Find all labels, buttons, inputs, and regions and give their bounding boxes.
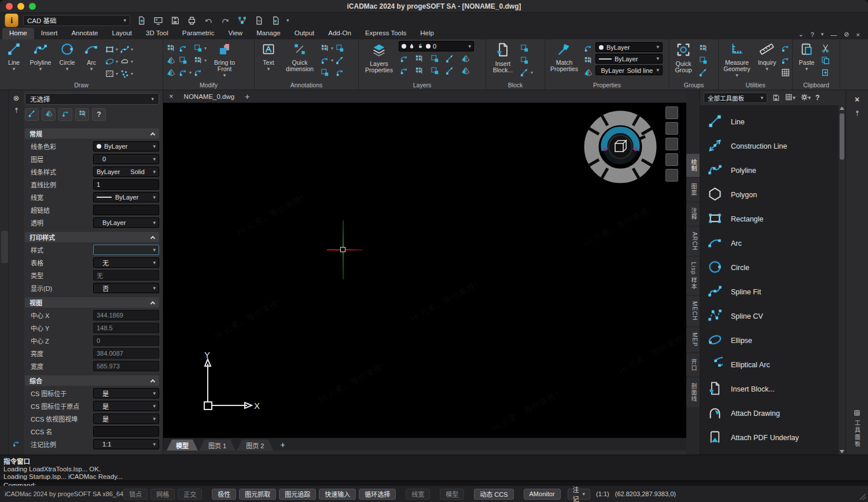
arc-button[interactable]: Arc▾ bbox=[80, 41, 102, 72]
copy-clip-icon[interactable] bbox=[820, 55, 831, 66]
minimize-ribbon-icon[interactable]: — bbox=[830, 31, 837, 38]
view-button[interactable] bbox=[665, 153, 678, 166]
menu-tab-insert[interactable]: Insert bbox=[34, 28, 65, 39]
rectangle-icon[interactable] bbox=[104, 44, 115, 55]
sheet-tab-模型[interactable]: 模型 bbox=[167, 440, 198, 451]
status-toggle-快速输入[interactable]: 快速输入 bbox=[319, 489, 356, 500]
nodes-icon[interactable] bbox=[236, 14, 248, 27]
group-select-icon[interactable] bbox=[698, 55, 709, 66]
ungroup-icon[interactable] bbox=[698, 67, 709, 78]
select-quick-icon[interactable] bbox=[58, 108, 72, 121]
help-icon[interactable]: ? bbox=[811, 31, 814, 38]
status-toggle-正交[interactable]: 正交 bbox=[178, 489, 202, 500]
scrollbar-thumb[interactable] bbox=[840, 113, 844, 160]
menu-tab-annotate[interactable]: Annotate bbox=[64, 28, 105, 39]
palette-item-line[interactable]: Line bbox=[707, 110, 838, 134]
text-style-icon[interactable] bbox=[334, 43, 345, 54]
menu-tab-add-on[interactable]: Add-On bbox=[321, 28, 358, 39]
menu-tab-manage[interactable]: Manage bbox=[249, 28, 288, 39]
close-document-icon[interactable]: × bbox=[856, 31, 860, 38]
线条样式-dropdown[interactable]: ByLayerSolid▾ bbox=[93, 167, 159, 177]
spline-icon[interactable] bbox=[119, 44, 130, 55]
CCS 名-input[interactable] bbox=[93, 426, 159, 437]
copy-with-reference-icon[interactable] bbox=[820, 67, 831, 78]
palette-item-arc[interactable]: Arc bbox=[707, 231, 838, 256]
menu-tab-view[interactable]: View bbox=[221, 28, 249, 39]
copy-icon[interactable] bbox=[178, 43, 189, 54]
注记比例-dropdown[interactable]: 1:1▾ bbox=[93, 439, 159, 449]
measure-geometry-button[interactable]: Measure Geometry▾ bbox=[720, 41, 754, 79]
close-palette-icon[interactable]: ⊗ bbox=[13, 94, 20, 102]
trim-icon[interactable] bbox=[193, 55, 204, 66]
palette-item-ellipse[interactable]: Ellipse bbox=[707, 328, 838, 353]
menu-tab-home[interactable]: Home bbox=[2, 28, 34, 39]
point-icon[interactable] bbox=[119, 68, 130, 79]
palette-item-polygon[interactable]: Polygon bbox=[707, 183, 838, 207]
超链结-input[interactable] bbox=[93, 205, 159, 215]
paste-button[interactable]: Paste▾ bbox=[795, 41, 818, 72]
line-button[interactable]: Line▾ bbox=[2, 41, 25, 72]
quick-group-button[interactable]: Quick Group bbox=[671, 41, 696, 74]
sheet-tab-图页 2[interactable]: 图页 2 bbox=[237, 440, 273, 451]
palette-tab-ARCH[interactable]: ARCH bbox=[686, 227, 700, 256]
palette-item-insert-block[interactable]: Insert Block... bbox=[707, 377, 838, 401]
status-toggle-AMonitor[interactable]: AMonitor bbox=[524, 489, 561, 500]
gear-icon[interactable]: ▾ bbox=[800, 93, 811, 103]
status-toggle-动态 CCS[interactable]: 动态 CCS bbox=[474, 489, 513, 500]
图层-dropdown[interactable]: 0▾ bbox=[93, 154, 159, 164]
group-edit-icon[interactable] bbox=[698, 43, 709, 54]
section-header[interactable]: 综合 bbox=[25, 375, 159, 386]
pin-icon[interactable] bbox=[13, 106, 20, 116]
qat-overflow-caret[interactable]: ▾ bbox=[286, 18, 289, 23]
offset-icon[interactable] bbox=[165, 67, 176, 78]
palette-item-polyline[interactable]: Polyline bbox=[707, 158, 838, 183]
section-header[interactable]: 打印样式 bbox=[25, 232, 159, 242]
match-properties-button[interactable]: Match Properties bbox=[547, 41, 581, 73]
insert-block-button[interactable]: Insert Block... bbox=[488, 41, 517, 74]
circle-button[interactable]: Circle▾ bbox=[56, 41, 79, 72]
layer-freeze-icon[interactable] bbox=[429, 53, 440, 64]
layer-dropdown[interactable]: 0 ▾ bbox=[399, 41, 474, 51]
layer-isolate-icon[interactable] bbox=[399, 53, 410, 64]
样式-dropdown[interactable]: ▾ bbox=[93, 245, 159, 255]
palette-tab-图案[interactable]: 图案 bbox=[686, 178, 700, 201]
hatch-icon[interactable] bbox=[104, 68, 115, 79]
scroll-up-icon[interactable] bbox=[840, 106, 844, 110]
palette-tab-MECH[interactable]: MECH bbox=[686, 296, 700, 326]
palette-tab-注释[interactable]: 注释 bbox=[686, 202, 700, 226]
undo-icon[interactable] bbox=[202, 14, 215, 27]
layer-off-icon[interactable] bbox=[414, 53, 425, 64]
view-button[interactable] bbox=[665, 138, 678, 150]
palette-item-circle[interactable]: Circle bbox=[707, 256, 838, 280]
palette-scrollbar[interactable] bbox=[838, 105, 845, 455]
resize-grip-icon[interactable] bbox=[858, 492, 866, 500]
palette-item-attach-drawing[interactable]: Attach Drawing bbox=[707, 401, 838, 426]
palette-tab-Lisp 样本[interactable]: Lisp 样本 bbox=[686, 257, 700, 295]
tool-palette-dock-label[interactable]: 工具面板 bbox=[853, 409, 862, 448]
close-tab-icon[interactable]: × bbox=[169, 92, 174, 101]
inquiry-button[interactable]: Inquiry▾ bbox=[755, 41, 779, 72]
layer-previous-icon[interactable] bbox=[429, 65, 440, 76]
palette-item-spline-fit[interactable]: Spline Fit bbox=[707, 280, 838, 304]
status-toggle-锁点[interactable]: 锁点 bbox=[123, 489, 148, 500]
status-toggle-线宽[interactable]: 线宽 bbox=[406, 489, 430, 500]
edit-block-icon[interactable] bbox=[519, 55, 530, 66]
save-icon[interactable] bbox=[168, 14, 181, 27]
status-toggle-图元追踪[interactable]: 图元追踪 bbox=[279, 489, 316, 500]
menu-tab-3d-tool[interactable]: 3D Tool bbox=[139, 28, 175, 39]
CS 图标位于原点-dropdown[interactable]: 是▾ bbox=[93, 401, 159, 411]
pick-add-icon[interactable] bbox=[42, 108, 56, 121]
layer-merge-icon[interactable] bbox=[444, 65, 455, 76]
menu-tab-layout[interactable]: Layout bbox=[105, 28, 139, 39]
ellipse-icon[interactable] bbox=[104, 56, 115, 67]
表格-dropdown[interactable]: 无▾ bbox=[93, 257, 159, 268]
view-button[interactable] bbox=[665, 106, 678, 119]
直线比例-input[interactable]: 1 bbox=[93, 179, 159, 190]
leader-icon[interactable] bbox=[334, 55, 345, 66]
palette-help-icon[interactable]: ? bbox=[815, 94, 819, 102]
revision-cloud-icon[interactable] bbox=[119, 56, 130, 67]
add-sheet-icon[interactable]: + bbox=[274, 440, 290, 451]
color-dropdown[interactable]: ByLayer ▾ bbox=[595, 42, 663, 52]
clean-screen-icon[interactable]: ⊘ bbox=[844, 31, 849, 38]
polyline-button[interactable]: Polyline▾ bbox=[27, 41, 54, 72]
